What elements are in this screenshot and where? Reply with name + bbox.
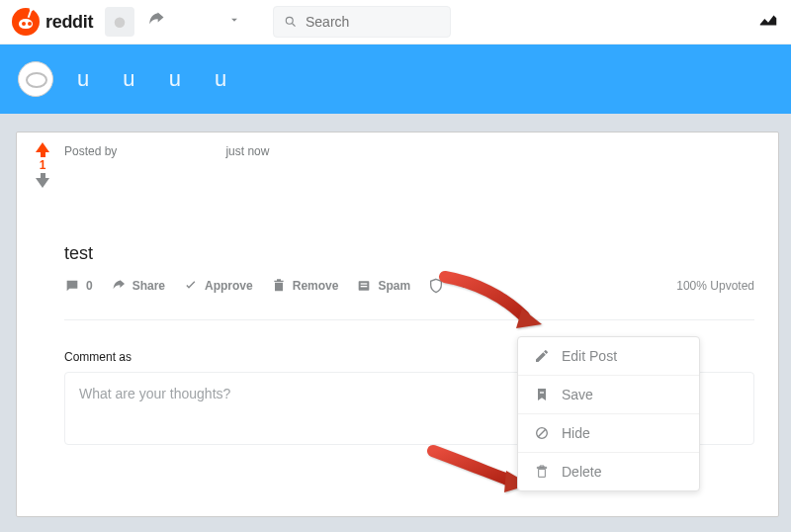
menu-delete-label: Delete <box>562 464 601 480</box>
posted-time: just now <box>225 144 269 158</box>
comment-icon <box>64 278 80 294</box>
community-selector[interactable] <box>105 7 134 37</box>
menu-save-label: Save <box>562 387 593 402</box>
trending-icon[interactable] <box>757 9 779 35</box>
svg-rect-4 <box>361 283 368 284</box>
svg-line-7 <box>538 429 546 437</box>
svg-rect-5 <box>361 286 368 287</box>
trash-icon <box>271 278 287 294</box>
remove-button[interactable]: Remove <box>271 278 339 294</box>
svg-line-2 <box>293 24 296 27</box>
post-options-menu: Edit Post Save Hide Delete <box>517 336 700 491</box>
post-title: test <box>64 243 754 264</box>
menu-edit-post[interactable]: Edit Post <box>518 337 699 375</box>
reddit-wordmark: reddit <box>45 12 93 33</box>
upvote-ratio: 100% Upvoted <box>676 279 754 293</box>
approve-button[interactable]: Approve <box>183 278 253 294</box>
delete-icon <box>534 464 550 480</box>
hide-icon <box>534 425 550 441</box>
menu-edit-label: Edit Post <box>562 348 617 364</box>
menu-save[interactable]: Save <box>518 375 699 413</box>
vote-score: 1 <box>40 158 46 172</box>
share-icon <box>111 278 127 294</box>
search-box[interactable] <box>273 6 451 38</box>
search-input[interactable] <box>306 14 440 30</box>
reddit-logo[interactable]: reddit <box>12 8 93 36</box>
upvote-button[interactable] <box>36 142 49 152</box>
pencil-icon <box>534 348 550 364</box>
reddit-logo-icon <box>12 8 40 36</box>
comment-count: 0 <box>86 279 93 293</box>
approve-label: Approve <box>205 279 253 293</box>
spam-label: Spam <box>378 279 410 293</box>
subreddit-banner: u u u u <box>0 44 791 114</box>
spam-button[interactable]: Spam <box>356 278 410 294</box>
share-label: Share <box>132 279 165 293</box>
menu-hide[interactable]: Hide <box>518 413 699 452</box>
divider <box>64 319 754 320</box>
ellipsis-icon: ••• <box>462 281 483 291</box>
reddit-head-icon <box>111 13 129 31</box>
chevron-down-icon <box>227 13 241 27</box>
search-icon <box>284 14 298 30</box>
comments-button[interactable]: 0 <box>64 278 93 294</box>
svg-point-0 <box>115 18 126 29</box>
menu-hide-label: Hide <box>562 425 590 441</box>
svg-point-1 <box>287 17 294 24</box>
menu-delete[interactable]: Delete <box>518 452 699 490</box>
spam-icon <box>356 278 372 294</box>
banner-text: u u u u <box>77 66 240 92</box>
posted-by-label: Posted by <box>64 144 117 158</box>
comment-placeholder: What are your thoughts? <box>79 386 230 401</box>
post-meta: Posted byjust now <box>64 140 754 158</box>
check-icon <box>183 278 199 294</box>
shield-icon <box>428 278 444 294</box>
mod-shield-button[interactable] <box>428 278 444 294</box>
more-button[interactable]: ••• <box>462 281 483 291</box>
snoo-avatar-icon <box>18 61 53 97</box>
share-button[interactable]: Share <box>111 278 165 294</box>
vote-column: 1 <box>29 142 56 188</box>
dropdown-caret[interactable] <box>227 13 241 31</box>
downvote-button[interactable] <box>36 178 49 188</box>
share-top-icon[interactable] <box>146 10 166 34</box>
post-action-bar: 0 Share Approve Remove Spam ••• <box>64 278 754 294</box>
bookmark-icon <box>534 387 550 402</box>
top-nav: reddit <box>0 0 791 44</box>
remove-label: Remove <box>293 279 339 293</box>
